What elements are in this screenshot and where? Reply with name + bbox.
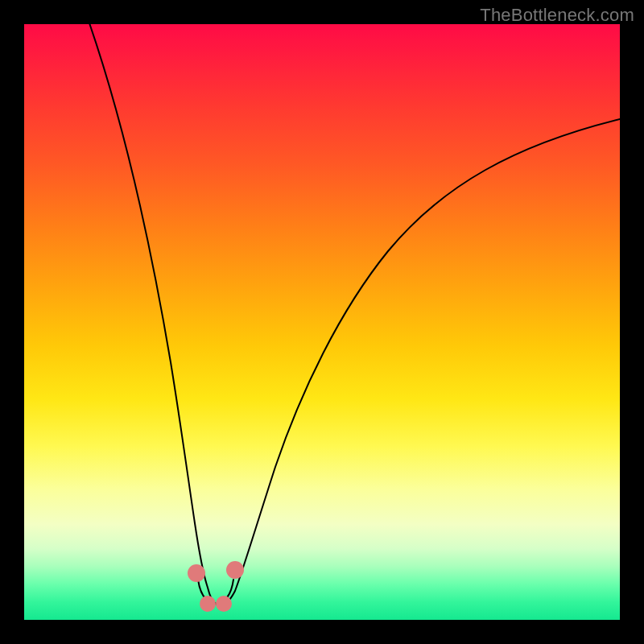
- min-plateau-dot-left: [200, 596, 216, 612]
- plot-area: [24, 24, 620, 620]
- min-plateau-dot-right: [216, 596, 232, 612]
- chart-frame: TheBottleneck.com: [0, 0, 644, 644]
- right-knee-dot: [226, 561, 244, 579]
- watermark-text: TheBottleneck.com: [480, 5, 634, 26]
- curve-svg: [24, 24, 620, 620]
- left-knee-dot: [188, 564, 205, 582]
- bottleneck-curve: [87, 24, 620, 605]
